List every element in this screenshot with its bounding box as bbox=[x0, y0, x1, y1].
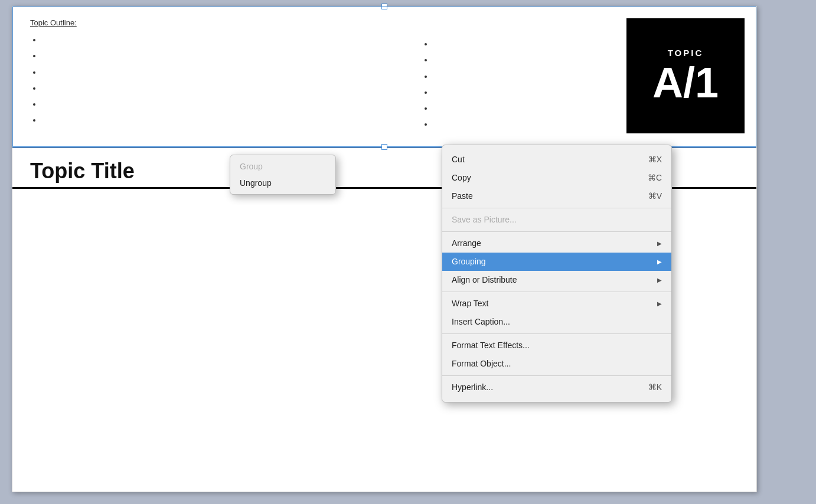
menu-item-label: Grouping bbox=[452, 256, 651, 268]
submenu-arrow-icon: ▶ bbox=[657, 276, 662, 284]
submenu-arrow-icon: ▶ bbox=[657, 239, 662, 248]
menu-item-label: Save as Picture... bbox=[452, 214, 662, 226]
menu-item-label: Format Text Effects... bbox=[452, 339, 662, 352]
menu-section-0: Cut⌘XCopy⌘CPaste⌘V bbox=[442, 148, 671, 208]
menu-item-label: Copy bbox=[452, 172, 630, 184]
topic-badge: TOPIC A/1 bbox=[626, 18, 745, 133]
menu-item-label: Paste bbox=[452, 190, 631, 202]
menu-item-label: Wrap Text bbox=[452, 297, 651, 310]
menu-item-paste[interactable]: Paste⌘V bbox=[442, 187, 671, 205]
menu-item-grouping[interactable]: Grouping▶ bbox=[442, 253, 671, 271]
menu-item-label: Insert Caption... bbox=[452, 316, 662, 328]
topic-badge-label: TOPIC bbox=[668, 48, 704, 58]
context-menu[interactable]: Cut⌘XCopy⌘CPaste⌘VSave as Picture...Arra… bbox=[442, 145, 672, 402]
menu-shortcut: ⌘C bbox=[648, 172, 662, 184]
menu-item-hyperlink---[interactable]: Hyperlink...⌘K bbox=[442, 378, 671, 397]
menu-item-arrange[interactable]: Arrange▶ bbox=[442, 234, 671, 253]
menu-item-wrap-text[interactable]: Wrap Text▶ bbox=[442, 294, 671, 313]
submenu-item-ungroup[interactable]: Ungroup bbox=[230, 175, 335, 191]
menu-item-label: Format Object... bbox=[452, 358, 662, 370]
menu-item-cut[interactable]: Cut⌘X bbox=[442, 150, 671, 169]
doc-top-section: Topic Outline: TOPIC A/1 bbox=[12, 6, 756, 148]
menu-item-insert-caption---[interactable]: Insert Caption... bbox=[442, 313, 671, 331]
menu-section-5: Hyperlink...⌘K bbox=[442, 376, 671, 399]
menu-item-label: Arrange bbox=[452, 237, 651, 250]
menu-section-3: Wrap Text▶Insert Caption... bbox=[442, 292, 671, 334]
menu-item-label: Cut bbox=[452, 153, 631, 166]
handle-mid[interactable] bbox=[381, 144, 387, 150]
menu-item-format-object---[interactable]: Format Object... bbox=[442, 355, 671, 373]
menu-item-label: Hyperlink... bbox=[452, 381, 631, 394]
menu-section-2: Arrange▶Grouping▶Align or Distribute▶ bbox=[442, 232, 671, 292]
menu-item-align-or-distribute[interactable]: Align or Distribute▶ bbox=[442, 271, 671, 289]
menu-item-format-text-effects---[interactable]: Format Text Effects... bbox=[442, 336, 671, 355]
menu-section-1: Save as Picture... bbox=[442, 208, 671, 232]
menu-shortcut: ⌘V bbox=[648, 190, 662, 202]
menu-shortcut: ⌘K bbox=[648, 381, 662, 394]
submenu-item-group[interactable]: Group bbox=[230, 158, 335, 175]
menu-item-save-as-picture---[interactable]: Save as Picture... bbox=[442, 211, 671, 229]
menu-item-copy[interactable]: Copy⌘C bbox=[442, 169, 671, 187]
menu-item-label: Align or Distribute bbox=[452, 274, 651, 286]
submenu[interactable]: GroupUngroup bbox=[230, 155, 336, 195]
submenu-arrow-icon: ▶ bbox=[657, 299, 662, 308]
topic-badge-value: A/1 bbox=[652, 61, 719, 104]
menu-section-4: Format Text Effects...Format Object... bbox=[442, 334, 671, 376]
submenu-arrow-icon: ▶ bbox=[657, 257, 662, 266]
menu-shortcut: ⌘X bbox=[648, 153, 662, 166]
right-bullet-list bbox=[422, 36, 433, 133]
handle-top[interactable] bbox=[381, 4, 387, 9]
